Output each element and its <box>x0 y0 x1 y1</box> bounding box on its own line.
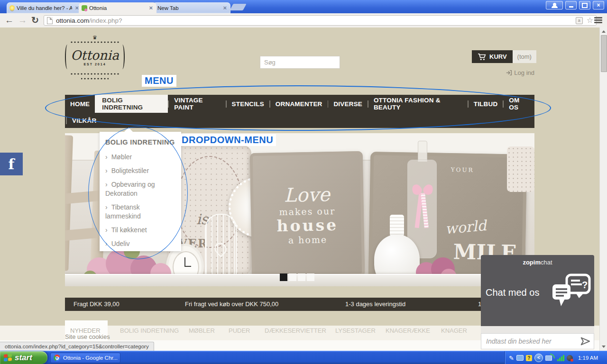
category-tab-knageraekke[interactable]: KNAGERÆKKE <box>386 327 430 334</box>
slider-dot[interactable] <box>298 273 305 281</box>
login-link[interactable]: Log ind <box>493 69 534 76</box>
infobar-item: Fragt DKK 39,00 <box>74 300 120 308</box>
category-tab-lysestager[interactable]: LYSESTAGER <box>335 327 376 334</box>
category-tab-moebler[interactable]: MØBLER <box>189 327 215 334</box>
chevron-right-icon: › <box>105 167 108 174</box>
nav-item-vintage-paint[interactable]: VINTAGE PAINT <box>169 95 225 113</box>
pen-tray-icon[interactable]: ✎ <box>509 355 514 362</box>
pillow-word: world <box>444 217 487 237</box>
page-scrollbar[interactable] <box>599 27 607 351</box>
shop-bag-icon <box>82 5 87 11</box>
tab-title: New Tab <box>157 5 220 11</box>
help-tray-icon[interactable]: ? <box>526 355 532 361</box>
site-logo[interactable]: ♛ Ottonia EST 2014 <box>65 35 125 89</box>
slider-dots <box>280 273 314 281</box>
chat-widget: zopimchat Chat med os ? <box>481 255 594 349</box>
facebook-tab[interactable]: f <box>0 153 23 175</box>
cart-icon <box>478 53 486 61</box>
chevron-right-icon: › <box>105 153 108 161</box>
start-button[interactable]: start <box>0 351 47 364</box>
nav-item-vilkaar[interactable]: VILKÅR <box>67 113 101 128</box>
network-tray-icon[interactable] <box>545 355 552 361</box>
category-tab-knager[interactable]: KNAGER <box>441 327 467 334</box>
reload-button[interactable]: ↻ <box>31 14 39 27</box>
tab-close-icon[interactable]: × <box>148 4 154 11</box>
display-tray-icon[interactable] <box>516 355 524 361</box>
dropdown-item-til-koekkenet[interactable]: ›Til køkkenet <box>105 226 175 235</box>
chat-message-input[interactable] <box>485 337 580 346</box>
dropdown-item-boligtekstiler[interactable]: ›Boligtekstiler <box>105 166 175 175</box>
collapse-tray-icon[interactable]: < <box>534 354 543 362</box>
scroll-down-icon[interactable] <box>602 346 606 348</box>
status-link-tooltip: ottonia.com/index.php?id_category=15&con… <box>0 342 154 351</box>
nav-item-bolig-indretning[interactable]: BOLIG INDRETNING <box>95 95 168 113</box>
address-bar[interactable]: ottonia.com/index.php? a ☆ <box>44 15 597 26</box>
close-icon: × <box>597 2 600 8</box>
logo-ornament-bottom <box>71 72 119 76</box>
minimize-icon <box>569 6 573 8</box>
nav-item-home[interactable]: HOME <box>65 95 95 113</box>
taskbar-chrome-task[interactable]: Ottonia - Google Chr... <box>50 353 120 363</box>
nav-item-stencils[interactable]: STENCILS <box>227 95 269 113</box>
send-icon[interactable] <box>580 337 590 346</box>
chevron-right-icon: › <box>105 240 108 247</box>
browser-tab-amino[interactable]: Ville du handle her? - Amino.d × <box>7 2 83 13</box>
maximize-icon <box>582 3 588 8</box>
windows-flag-icon <box>4 354 12 362</box>
scrollbar-thumb[interactable] <box>601 35 607 72</box>
nav-item-ornamenter[interactable]: ORNAMENTER <box>270 95 328 113</box>
signal-bars-icon[interactable] <box>557 355 564 361</box>
dropdown-item-udeliv[interactable]: ›Udeliv <box>105 239 175 248</box>
maximize-button[interactable] <box>579 1 590 9</box>
search-input[interactable] <box>260 59 351 66</box>
back-button[interactable]: ← <box>5 14 14 27</box>
annotation-menu-label: MENU <box>142 75 176 87</box>
scroll-up-icon[interactable] <box>602 30 606 33</box>
cart-button[interactable]: KURV <box>472 50 513 63</box>
login-label: Log ind <box>514 69 534 76</box>
windows-taskbar: start Ottonia - Google Chr... ✎ ? < 1:19… <box>0 351 607 364</box>
volume-tray-icon[interactable] <box>567 355 573 361</box>
category-tab-daekkeservietter[interactable]: DÆKKESERVIETTER <box>265 327 326 334</box>
nav-item-om-os[interactable]: OM OS <box>504 95 534 113</box>
tab-close-icon[interactable]: × <box>222 4 228 11</box>
chevron-right-icon: › <box>105 203 108 211</box>
dropdown-item-opbevaring[interactable]: ›Opbevaring og Dekoration <box>105 180 175 198</box>
category-tab-puder[interactable]: PUDER <box>229 327 250 334</box>
cookies-note: Site use cookies <box>65 333 110 340</box>
minimize-button[interactable] <box>565 1 577 9</box>
chrome-menu-button[interactable] <box>594 17 602 23</box>
task-title: Ottonia - Google Chr... <box>63 355 118 361</box>
chat-divider <box>481 326 594 333</box>
slider-dot[interactable] <box>289 273 296 281</box>
taskbar-clock: 1:19 AM <box>578 355 598 361</box>
hero-love-pillow: Love makes our house a home <box>250 151 365 278</box>
facebook-icon: f <box>9 156 15 173</box>
slider-dot[interactable] <box>307 273 314 281</box>
dropdown-item-tibetansk[interactable]: ›Tibetansk lammeskind <box>105 203 175 221</box>
chat-panel[interactable]: zopimchat Chat med os ? <box>481 255 594 326</box>
browser-tab-newtab[interactable]: New Tab × <box>153 2 230 13</box>
start-label: start <box>15 353 32 363</box>
browser-tab-ottonia[interactable]: Ottonia × <box>79 2 156 13</box>
category-tab-bolig-indretning[interactable]: BOLIG INDRETNING <box>120 327 179 334</box>
forward-button[interactable]: → <box>18 14 27 27</box>
nav-item-fashion-beauty[interactable]: OTTONIA FASHION & BEAUTY <box>368 95 468 113</box>
hero-polka-pillow <box>507 146 534 192</box>
nav-item-tilbud[interactable]: TILBUD <box>469 95 503 113</box>
cart-widget: KURV (tom) <box>472 50 536 63</box>
new-tab-button[interactable] <box>230 4 246 10</box>
dropdown-item-moebler[interactable]: ›Møbler <box>105 153 175 162</box>
nav-item-diverse[interactable]: DIVERSE <box>328 95 368 113</box>
zopim-logo: zopimchat <box>481 259 594 266</box>
shipping-infobar: Fragt DKK 39,00 Fri fragt ved køb over D… <box>65 298 534 311</box>
close-button[interactable]: × <box>593 1 604 9</box>
infobar-item: 1-3 dages leveringstid <box>345 300 405 308</box>
login-icon <box>506 70 512 76</box>
translate-icon[interactable]: a <box>576 17 583 24</box>
slider-dot[interactable] <box>280 273 287 281</box>
profile-button[interactable] <box>546 1 563 9</box>
bookmark-star-icon[interactable]: ☆ <box>587 17 593 24</box>
browser-titlebar: Ville du handle her? - Amino.d × Ottonia… <box>0 0 607 13</box>
dropdown-title: BOLIG INDRETNING <box>105 138 175 146</box>
